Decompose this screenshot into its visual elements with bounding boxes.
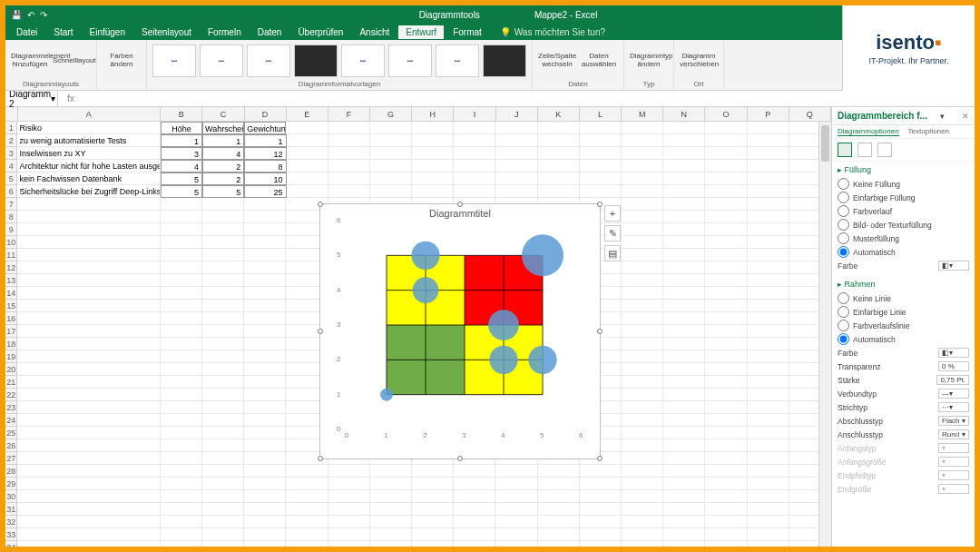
save-icon[interactable]: 💾 [11,10,22,20]
change-chart-type-button[interactable]: Diagrammtyp ändern [630,53,668,69]
compound-type-select[interactable]: —▾ [938,389,969,399]
redo-icon[interactable]: ↷ [40,10,47,20]
border-option[interactable]: Automatisch [838,332,969,346]
fill-line-icon[interactable] [838,143,852,157]
tab-datei[interactable]: Datei [9,25,44,39]
change-colors-button[interactable]: Farben ändern [103,53,141,69]
fill-option[interactable]: Automatisch [838,245,969,259]
group-label-type: Typ [630,80,668,88]
col-header[interactable]: Q [789,107,831,121]
context-tab-label: Diagrammtools [419,10,480,20]
effects-icon[interactable] [858,143,872,157]
col-header[interactable]: C [202,107,244,121]
embedded-chart[interactable]: Diagrammtitel 01234560123456 [319,203,601,459]
document-title: Mappe2 - Excel [534,10,597,20]
fill-option[interactable]: Bild- oder Texturfüllung [838,218,969,232]
chart-filter-button[interactable]: ▤ [604,245,621,261]
border-option[interactable]: Keine Linie [838,291,969,305]
fx-icon[interactable]: fx [58,94,83,104]
style-thumb[interactable]: ••• [247,44,290,77]
col-header[interactable]: K [538,107,580,121]
col-header[interactable]: O [705,107,747,121]
format-pane: Diagrammbereich f... ▾ ✕ Diagrammoptione… [831,107,975,547]
col-header[interactable]: I [454,107,495,121]
fill-color-picker[interactable]: ◧▾ [938,261,969,271]
chart-styles-button[interactable]: ✎ [604,225,621,242]
switch-row-col-button[interactable]: Zeile/Spalte wechseln [538,53,576,69]
chart-plot-area[interactable]: 01234560123456 [348,221,582,429]
fill-option[interactable]: Einfarbige Füllung [838,191,969,204]
ribbon: Diagrammelement hinzufügen Schnelllayout… [5,40,975,91]
col-header[interactable]: P [748,107,789,121]
fill-section-header[interactable]: ▸ Füllung [838,165,969,174]
move-chart-button[interactable]: Diagramm verschieben [680,53,718,69]
select-data-button[interactable]: Daten auswählen [580,53,618,69]
size-props-icon[interactable] [877,143,892,157]
pane-tab-text-options[interactable]: Textoptionen [908,127,949,136]
group-label-styles: Diagrammformatvorlagen [152,80,526,88]
col-header[interactable]: H [412,107,454,121]
style-thumb[interactable]: ••• [436,44,479,77]
col-header[interactable]: B [161,107,202,121]
border-section-header[interactable]: ▸ Rahmen [838,280,969,289]
style-thumb[interactable] [483,44,526,77]
chevron-down-icon[interactable]: ▾ [51,94,55,104]
col-header[interactable]: L [580,107,622,121]
fill-option[interactable]: Musterfüllung [838,232,969,245]
tab-seitenlayout[interactable]: Seitenlayout [134,25,199,39]
col-header[interactable]: F [328,107,370,121]
fill-option[interactable]: Farbverlauf [838,204,969,218]
svg-point-15 [488,310,519,340]
close-icon[interactable]: ✕ [962,112,969,121]
width-input[interactable]: 0,75 Pt. [936,375,969,385]
col-header[interactable]: J [496,107,538,121]
ribbon-tabs: Datei Start Einfügen Seitenlayout Formel… [5,24,975,40]
pane-dropdown-icon[interactable]: ▾ [940,112,945,121]
col-header[interactable]: N [663,107,705,121]
transparency-input[interactable]: 0 % [938,361,969,371]
svg-point-17 [411,242,439,270]
group-label-location: Ort [680,80,718,88]
style-thumb[interactable]: ••• [388,44,432,77]
tab-ueberpruefen[interactable]: Überprüfen [290,25,350,39]
tab-entwurf[interactable]: Entwurf [398,25,444,39]
quick-layout-button[interactable]: Schnelllayout [53,57,91,65]
tab-einfuegen[interactable]: Einfügen [82,25,132,39]
add-chart-element-button[interactable]: Diagrammelement hinzufügen [11,53,49,69]
pane-title: Diagrammbereich f... [838,111,927,121]
border-option[interactable]: Farbverlaufslinie [838,319,969,332]
style-thumb[interactable]: ••• [152,44,196,77]
col-header[interactable]: G [370,107,412,121]
undo-icon[interactable]: ↶ [27,10,34,20]
begin-arrow-type: ▾ [938,443,969,453]
style-thumb[interactable]: ••• [200,44,243,77]
col-header[interactable]: D [245,107,287,121]
tab-formeln[interactable]: Formeln [201,25,249,39]
border-option[interactable]: Einfarbige Linie [838,305,969,319]
border-color-picker[interactable]: ◧▾ [938,348,969,358]
cap-type-select[interactable]: Flach ▾ [938,416,969,426]
dash-type-select[interactable]: ⋯▾ [938,402,969,412]
tab-ansicht[interactable]: Ansicht [352,25,397,39]
fill-option[interactable]: Keine Füllung [838,177,969,191]
select-all-corner[interactable] [5,107,18,121]
quick-access-toolbar: 💾 ↶ ↷ [11,10,47,20]
col-header[interactable]: M [622,107,663,121]
tab-start[interactable]: Start [46,25,80,39]
brand-logo: isento▪ IT-Projekt. Ihr Partner. [842,5,975,91]
tab-daten[interactable]: Daten [250,25,289,39]
col-header[interactable]: E [287,107,328,121]
worksheet-grid[interactable]: A B C D E F G H I J K L M N O P Q 1Risik… [5,107,831,547]
tell-me[interactable]: 💡Was möchten Sie tun? [500,27,605,37]
vertical-scrollbar[interactable] [818,122,831,547]
style-thumb[interactable]: ••• [341,44,385,77]
pane-tab-chart-options[interactable]: Diagrammoptionen [838,127,899,136]
chart-elements-button[interactable]: + [604,205,621,222]
join-type-select[interactable]: Rund ▾ [938,429,969,439]
chart-style-gallery[interactable]: ••• ••• ••• ••• ••• ••• [152,42,526,80]
style-thumb[interactable] [294,44,338,77]
name-box[interactable]: Diagramm 2▾ [5,89,58,109]
tab-format[interactable]: Format [446,25,489,39]
col-header[interactable]: A [18,107,162,121]
scrollbar-thumb[interactable] [821,125,829,162]
